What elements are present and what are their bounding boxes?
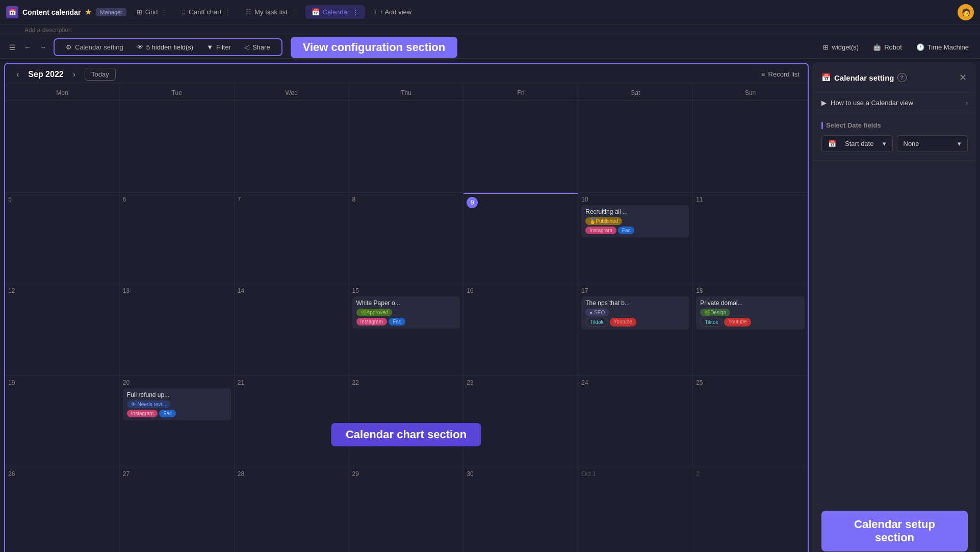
event-card[interactable]: Private domai... 🌿Design Tiktok Youtube (696, 296, 805, 330)
calendar-day-oct2[interactable]: 2 (693, 467, 808, 552)
tag-badge: Fac (159, 410, 176, 417)
tab-menu-icon[interactable]: ⋮ (224, 8, 231, 16)
tab-calendar[interactable]: 📅 Calendar ⋮ (305, 5, 366, 19)
calendar-day-18[interactable]: 18 Private domai... 🌿Design Tiktok Youtu… (693, 284, 808, 375)
tab-gantt[interactable]: ≡ Gantt chart ⋮ (175, 5, 237, 19)
calendar-day-7[interactable]: 7 (235, 193, 349, 284)
calendar-week-1 (5, 101, 808, 193)
select-date-section: Select Date fields 📅 Start date ▾ None ▾ (813, 113, 976, 161)
start-date-select[interactable]: 📅 Start date ▾ (821, 135, 893, 152)
day-header-sat: Sat (578, 85, 693, 101)
calendar-day[interactable] (120, 101, 235, 192)
day-header-wed: Wed (235, 85, 349, 101)
section-label: Select Date fields (821, 121, 968, 129)
calendar-day[interactable] (349, 101, 464, 192)
calendar-day-11[interactable]: 11 (693, 193, 808, 284)
calendar-day-28[interactable]: 28 (235, 467, 349, 552)
star-icon[interactable]: ★ (85, 7, 92, 17)
calendar-day-5[interactable]: 5 (5, 193, 120, 284)
sidebar-title: 📅 Calendar setting ? (821, 73, 907, 82)
calendar-day-27[interactable]: 27 (120, 467, 235, 552)
event-tags: Instagram Fac (127, 410, 227, 417)
tag-badge: Instagram (127, 410, 158, 417)
calendar-setting-btn[interactable]: ⚙ Calendar setting (61, 41, 128, 53)
tab-menu-icon[interactable]: ⋮ (161, 8, 167, 16)
calendar-day-30[interactable]: 30 (463, 467, 578, 552)
hidden-fields-btn[interactable]: 👁 5 hidden field(s) (132, 41, 199, 53)
event-title: Full refund up... (127, 391, 227, 398)
calendar-day-26[interactable]: 26 (5, 467, 120, 552)
event-badges: ● SEO (585, 309, 685, 316)
calendar-day-17[interactable]: 17 The nps that b... ● SEO Tiktok Youtub… (578, 284, 693, 375)
calendar-day-10[interactable]: 10 Recruiting all ... 🏅Published Instagr… (578, 193, 693, 284)
user-avatar[interactable]: 🧑 (958, 4, 974, 20)
calendar-day-13[interactable]: 13 (120, 284, 235, 375)
calendar-day[interactable] (5, 101, 120, 192)
day-header-thu: Thu (349, 85, 464, 101)
end-date-select[interactable]: None ▾ (897, 135, 968, 152)
help-icon[interactable]: ? (897, 73, 907, 82)
widgets-btn[interactable]: ⊞ widget(s) (818, 41, 864, 53)
calendar-day-12[interactable]: 12 (5, 284, 120, 375)
share-btn[interactable]: ◁ Share (239, 41, 275, 53)
calendar-day-22[interactable]: 22 Calendar chart section (349, 376, 464, 467)
event-card[interactable]: Full refund up... 👁 Needs revi... Instag… (123, 388, 231, 420)
calendar-day-6[interactable]: 6 (120, 193, 235, 284)
calendar-day-29[interactable]: 29 (349, 467, 464, 552)
nav-back-btn[interactable]: ← (21, 41, 34, 54)
calendar-day-oct1[interactable]: Oct 1 (578, 467, 693, 552)
status-badge: 👁 Needs revi... (127, 400, 170, 408)
calendar-day[interactable] (578, 101, 693, 192)
calendar-day-15[interactable]: 15 White Paper o... 🌿Approved Instagram … (349, 284, 464, 375)
add-view-button[interactable]: + + Add view (367, 5, 418, 19)
calendar-nav: ‹ Sep 2022 › Today ≡ Record list (5, 64, 808, 85)
calendar-day[interactable] (693, 101, 808, 192)
calendar-day-20[interactable]: 20 Full refund up... 👁 Needs revi... Ins… (120, 376, 235, 467)
tab-mytasklist[interactable]: ☰ My task list ⋮ (239, 5, 303, 19)
tab-menu-icon[interactable]: ⋮ (291, 8, 297, 16)
nav-collapse-btn[interactable]: ☰ (6, 41, 19, 54)
event-badges: 🌿Design (700, 309, 801, 316)
robot-icon: 🤖 (873, 43, 881, 51)
calendar-sidebar-icon: 📅 (821, 73, 831, 82)
calendar-day-8[interactable]: 8 (349, 193, 464, 284)
tag-badge: Tiktok (700, 318, 723, 327)
top-bar: 📅 Content calendar ★ Manager ⊞ Grid ⋮ ≡ … (0, 0, 980, 24)
calendar-day-9[interactable]: 9 (463, 193, 578, 284)
nav-forward-btn[interactable]: → (36, 41, 49, 54)
event-card[interactable]: White Paper o... 🌿Approved Instagram Fac (352, 296, 460, 329)
calendar-day-19[interactable]: 19 (5, 376, 120, 467)
filter-btn[interactable]: ▼ Filter (201, 41, 236, 53)
event-card[interactable]: The nps that b... ● SEO Tiktok Youtube (581, 296, 689, 330)
cal-next-btn[interactable]: › (70, 69, 79, 80)
calendar-day-14[interactable]: 14 (235, 284, 349, 375)
calendar-day-25[interactable]: 25 (693, 376, 808, 467)
calendar-day[interactable] (235, 101, 349, 192)
eye-icon: 👁 (137, 43, 143, 51)
day-number: 21 (238, 379, 346, 386)
time-machine-btn[interactable]: 🕐 Time Machine (911, 41, 974, 53)
how-to-use-row[interactable]: ▶ How to use a Calendar view › (813, 93, 976, 113)
cal-prev-btn[interactable]: ‹ (13, 69, 22, 80)
record-list-btn[interactable]: ≡ Record list (761, 70, 800, 78)
tag-badge: Youtube (610, 318, 636, 327)
today-btn[interactable]: Today (85, 68, 116, 81)
calendar-day[interactable] (463, 101, 578, 192)
event-title: Private domai... (700, 299, 801, 307)
list-icon: ≡ (761, 70, 765, 78)
robot-btn[interactable]: 🤖 Robot (868, 41, 907, 53)
day-number: 30 (467, 470, 575, 478)
calendar-day-24[interactable]: 24 (578, 376, 693, 467)
calendar-day-16[interactable]: 16 (463, 284, 578, 375)
status-badge: 🌿Design (700, 309, 730, 316)
day-number: 16 (467, 287, 575, 294)
tab-menu-icon-active[interactable]: ⋮ (352, 8, 359, 16)
view-tabs: ⊞ Grid ⋮ ≡ Gantt chart ⋮ ☰ My task list … (131, 5, 418, 19)
close-sidebar-btn[interactable]: ✕ (958, 71, 968, 84)
toolbar-right: ⊞ widget(s) 🤖 Robot 🕐 Time Machine (818, 41, 974, 53)
event-card[interactable]: Recruiting all ... 🏅Published Instagram … (581, 205, 689, 237)
tab-grid[interactable]: ⊞ Grid ⋮ (131, 5, 174, 19)
calendar-day-21[interactable]: 21 (235, 376, 349, 467)
calendar-day-23[interactable]: 23 (463, 376, 578, 467)
view-config-box: ⚙ Calendar setting 👁 5 hidden field(s) ▼… (54, 38, 282, 56)
